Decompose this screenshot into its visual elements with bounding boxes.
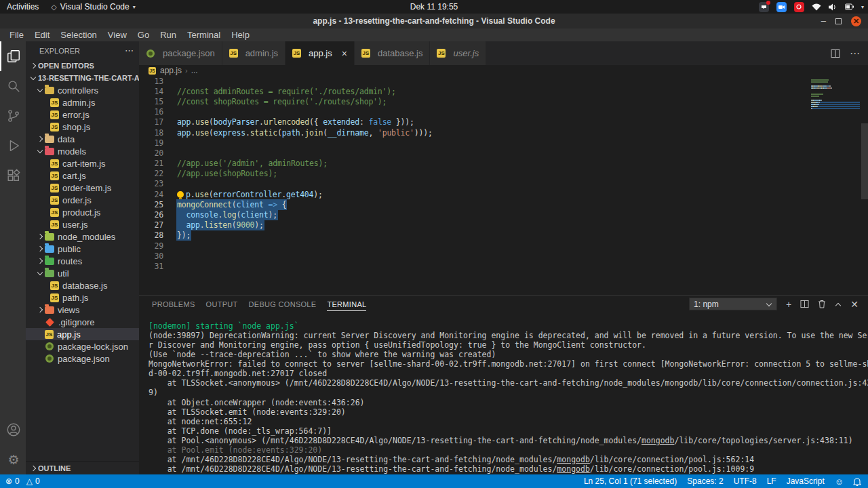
status-eol[interactable]: LF [767, 476, 776, 486]
clock[interactable]: Dek 11 19:55 [410, 2, 458, 12]
menu-terminal[interactable]: Terminal [182, 30, 226, 40]
status-cursor-position[interactable]: Ln 25, Col 1 (71 selected) [584, 476, 677, 486]
activities-button[interactable]: Activities [7, 2, 39, 12]
code-editor[interactable]: 1314//const adminRoutes = require('./rou… [139, 76, 868, 295]
terminal-link[interactable]: mongodb [557, 455, 589, 464]
problems-status[interactable]: ⊗ 0 △ 0 [5, 476, 40, 486]
tab-package.json[interactable]: package.json [139, 41, 222, 65]
tree-folder-public[interactable]: public [26, 243, 139, 255]
split-editor-icon[interactable] [831, 49, 840, 58]
tree-file-cart.js[interactable]: JScart.js [26, 169, 139, 182]
chevron-down-icon[interactable]: ▾ [861, 4, 864, 10]
minimap[interactable] [811, 77, 860, 116]
tree-folder-controllers[interactable]: controllers [26, 84, 139, 96]
restore-button[interactable] [835, 18, 842, 24]
tree-file-app.js[interactable]: JSapp.js [26, 328, 139, 340]
panel-tab-terminal[interactable]: TERMINAL [327, 298, 366, 311]
tree-file-order-item.js[interactable]: JSorder-item.js [26, 182, 139, 194]
menu-help[interactable]: Help [226, 30, 255, 40]
settings-gear-icon[interactable]: ⚙ [0, 445, 26, 474]
tree-folder-models[interactable]: models [26, 145, 139, 157]
tree-folder-views[interactable]: views [26, 304, 139, 316]
menu-run[interactable]: Run [155, 30, 182, 40]
account-icon[interactable] [0, 415, 26, 445]
split-terminal-icon[interactable] [800, 300, 809, 308]
tab-user.js[interactable]: JSuser.js [430, 41, 486, 65]
terminal-link[interactable]: mongodb [557, 464, 589, 474]
tree-file-database.js[interactable]: JSdatabase.js [26, 279, 139, 291]
terminal-select[interactable]: 1: npm [689, 298, 777, 310]
close-button[interactable]: ✕ [851, 16, 861, 26]
selection-highlight: console.log(client); [177, 210, 277, 220]
tab-database.js[interactable]: JSdatabase.js [355, 41, 431, 65]
outline-section[interactable]: OUTLINE [26, 461, 139, 474]
menu-file[interactable]: File [4, 30, 29, 40]
tree-file-product.js[interactable]: JSproduct.js [26, 206, 139, 218]
volume-icon[interactable] [829, 3, 837, 11]
feedback-smiley-icon[interactable]: ☺ [835, 476, 844, 487]
root-folder-section[interactable]: 13-RESETTING-THE-CART-AND-F... [26, 72, 139, 84]
wifi-icon[interactable] [812, 3, 821, 11]
tree-file-path.js[interactable]: JSpath.js [26, 291, 139, 304]
battery-icon[interactable] [845, 3, 854, 10]
tree-folder-routes[interactable]: routes [26, 255, 139, 267]
js-file-icon: JS [50, 98, 59, 107]
close-panel-icon[interactable]: ✕ [850, 300, 859, 309]
sidebar-more-actions-icon[interactable]: ⋯ [125, 45, 134, 56]
new-terminal-icon[interactable]: + [786, 300, 791, 309]
menu-selection[interactable]: Selection [55, 30, 102, 40]
menu-go[interactable]: Go [132, 30, 155, 40]
notifications-bell-icon[interactable] [853, 477, 861, 486]
panel-tab-debug-console[interactable]: DEBUG CONSOLE [249, 298, 317, 311]
more-actions-icon[interactable]: ⋯ [850, 47, 860, 60]
tree-file-user.js[interactable]: JSuser.js [26, 218, 139, 230]
open-editors-section[interactable]: OPEN EDITORS [26, 60, 139, 72]
editor-scrollbar[interactable] [861, 123, 868, 199]
tree-folder-util[interactable]: util [26, 267, 139, 279]
tree-item-label: node_modules [58, 232, 115, 242]
run-debug-icon[interactable] [0, 131, 26, 161]
maximize-panel-icon[interactable] [835, 301, 842, 308]
breadcrumb-more[interactable]: ... [191, 66, 198, 75]
tree-item-label: package-lock.json [58, 342, 128, 352]
line-number: 25 [139, 200, 163, 209]
tree-file-admin.js[interactable]: JSadmin.js [26, 96, 139, 108]
minimize-button[interactable]: – [821, 18, 826, 24]
panel-tab-problems[interactable]: PROBLEMS [152, 298, 195, 311]
js-file-icon: JS [50, 159, 59, 168]
status-language-mode[interactable]: JavaScript [787, 476, 825, 486]
caret-down-icon: ▾ [133, 4, 136, 10]
tree-file-order.js[interactable]: JSorder.js [26, 194, 139, 206]
status-encoding[interactable]: UTF-8 [734, 476, 757, 486]
extensions-icon[interactable] [0, 161, 26, 190]
chat-app-icon[interactable] [759, 2, 769, 12]
terminal-link[interactable]: mongodb [642, 436, 674, 445]
tree-file-error.js[interactable]: JSerror.js [26, 108, 139, 121]
tree-file-package.json[interactable]: package.json [26, 352, 139, 365]
tree-file-shop.js[interactable]: JSshop.js [26, 121, 139, 133]
panel-tab-output[interactable]: OUTPUT [206, 298, 238, 311]
terminal-line: at TLSSocket.emit (node:events:329:20) [149, 407, 868, 417]
tab-admin.js[interactable]: JSadmin.js [222, 41, 285, 65]
tree-file-cart-item.js[interactable]: JScart-item.js [26, 157, 139, 169]
menu-view[interactable]: View [102, 30, 132, 40]
breadcrumb[interactable]: JS app.js › ... [139, 65, 868, 76]
app-menu-button[interactable]: ◇ Visual Studio Code ▾ [51, 2, 135, 12]
tab-app.js[interactable]: JSapp.js× [285, 41, 355, 65]
media-app-icon[interactable] [794, 2, 804, 12]
menu-edit[interactable]: Edit [29, 30, 55, 40]
tree-folder-data[interactable]: data [26, 133, 139, 145]
kill-terminal-icon[interactable] [818, 300, 826, 308]
tree-file-.gitignore[interactable]: .gitignore [26, 316, 139, 328]
explorer-icon[interactable] [0, 41, 26, 71]
video-call-app-icon[interactable] [776, 2, 787, 12]
terminal-line: r Discover and Monitoring engine, pass o… [149, 340, 868, 350]
close-tab-icon[interactable]: × [342, 48, 347, 59]
source-control-icon[interactable] [0, 101, 26, 131]
tree-folder-node_modules[interactable]: node_modules [26, 230, 139, 243]
lightbulb-icon[interactable] [177, 191, 184, 198]
status-indentation[interactable]: Spaces: 2 [687, 476, 723, 486]
terminal-output[interactable]: [nodemon] starting `node app.js`(node:39… [139, 312, 868, 474]
tree-file-package-lock.json[interactable]: package-lock.json [26, 340, 139, 352]
search-icon[interactable] [0, 71, 26, 101]
